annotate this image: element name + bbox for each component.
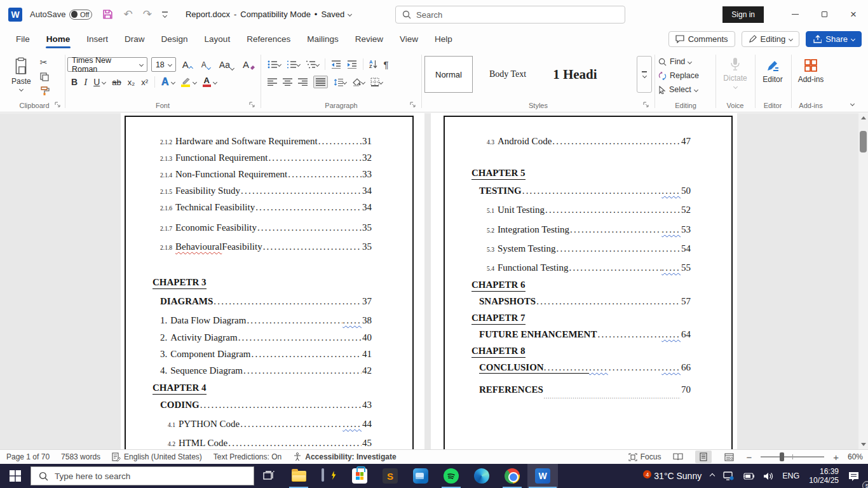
clear-formatting-button[interactable]: A <box>240 58 258 71</box>
task-view-button[interactable] <box>254 464 283 488</box>
shading-button[interactable] <box>352 78 365 86</box>
find-button[interactable]: Find <box>658 57 713 66</box>
document-canvas[interactable]: 2.1.2Hardware and Software Requirement..… <box>0 113 868 449</box>
clipboard-dialog-launcher-icon[interactable] <box>55 102 61 108</box>
line-spacing-button[interactable] <box>334 78 346 86</box>
select-button[interactable]: Select <box>658 85 713 94</box>
comments-button[interactable]: Comments <box>668 31 735 47</box>
editor-button[interactable]: Editor <box>756 58 789 84</box>
focus-mode-button[interactable]: Focus <box>628 452 661 461</box>
zoom-level[interactable]: 60% <box>848 452 863 461</box>
search-input[interactable]: Search <box>395 6 625 24</box>
increase-indent-button[interactable] <box>347 60 357 69</box>
tray-display-button[interactable] <box>719 464 738 488</box>
strikethrough-button[interactable]: ab <box>112 78 121 87</box>
shrink-font-button[interactable]: A <box>199 59 213 71</box>
copy-button[interactable] <box>40 72 49 81</box>
tab-review[interactable]: Review <box>348 30 390 48</box>
numbering-button[interactable] <box>287 60 300 69</box>
scrollbar-thumb[interactable] <box>860 131 867 152</box>
scroll-down-button[interactable] <box>858 440 868 449</box>
minimize-button[interactable] <box>780 0 810 29</box>
text-effects-button[interactable]: A <box>161 76 169 88</box>
zoom-in-button[interactable]: + <box>833 452 839 463</box>
vertical-scrollbar[interactable] <box>858 113 868 449</box>
font-size-select[interactable]: 18 <box>151 57 176 72</box>
taskbar-search-input[interactable]: Type here to search <box>31 466 254 485</box>
taskbar-outlook[interactable] <box>405 464 436 488</box>
style-normal[interactable]: Normal <box>424 56 473 93</box>
taskbar-chrome[interactable] <box>497 464 527 488</box>
underline-chevron-icon[interactable] <box>102 79 106 84</box>
highlight-chevron-icon[interactable] <box>193 79 197 84</box>
tab-home[interactable]: Home <box>39 30 78 48</box>
tab-references[interactable]: References <box>240 30 297 48</box>
tab-file[interactable]: File <box>9 30 37 48</box>
undo-button[interactable]: ↶ <box>123 8 132 21</box>
decrease-indent-button[interactable] <box>331 60 341 69</box>
change-case-button[interactable]: Aa <box>217 58 236 71</box>
zoom-slider-thumb[interactable] <box>780 452 784 461</box>
tab-help[interactable]: Help <box>428 30 459 48</box>
styles-more-button[interactable] <box>637 56 652 93</box>
bold-button[interactable]: B <box>71 77 78 87</box>
collapse-ribbon-icon[interactable] <box>850 102 855 106</box>
zoom-out-button[interactable]: − <box>746 452 752 463</box>
web-layout-button[interactable] <box>721 451 737 463</box>
taskbar-sublime-text[interactable]: S <box>375 464 405 488</box>
sort-button[interactable]: AZ <box>369 60 377 69</box>
font-color-button[interactable]: A <box>203 77 211 87</box>
taskbar-microsoft-store[interactable] <box>344 464 375 488</box>
taskbar-edge[interactable] <box>466 464 497 488</box>
scroll-up-button[interactable] <box>858 113 868 123</box>
styles-dialog-launcher-icon[interactable] <box>643 102 649 108</box>
dictate-button[interactable]: Dictate <box>717 57 754 88</box>
tray-volume-button[interactable] <box>759 464 778 488</box>
page-indicator[interactable]: Page 1 of 70 <box>6 452 50 461</box>
share-button[interactable]: Share <box>806 31 862 47</box>
close-button[interactable]: × <box>839 0 868 29</box>
tab-layout[interactable]: Layout <box>198 30 238 48</box>
taskbar-spotify[interactable] <box>436 464 466 488</box>
notification-center-button[interactable]: 5 <box>844 464 868 488</box>
print-layout-button[interactable] <box>695 451 712 463</box>
tray-battery-button[interactable] <box>738 464 759 488</box>
word-count[interactable]: 7583 words <box>61 452 100 461</box>
bullets-button[interactable] <box>268 60 281 69</box>
align-right-button[interactable] <box>298 78 308 86</box>
font-color-chevron-icon[interactable] <box>213 79 217 84</box>
autosave-control[interactable]: AutoSave Off <box>30 10 92 20</box>
document-page-right[interactable]: 4.3Android Code.........................… <box>431 113 737 449</box>
highlight-button[interactable] <box>181 77 191 87</box>
style-1-headi[interactable]: 1 Headi <box>543 56 607 93</box>
redo-button[interactable]: ↷ <box>143 8 152 21</box>
autosave-toggle[interactable]: Off <box>69 10 92 20</box>
font-dialog-launcher-icon[interactable] <box>249 102 255 108</box>
replace-button[interactable]: Replace <box>658 71 713 80</box>
customize-quick-access-icon[interactable] <box>162 11 168 17</box>
paste-button[interactable]: Paste <box>5 53 37 95</box>
text-predictions[interactable]: Text Predictions: On <box>214 452 281 461</box>
tab-draw[interactable]: Draw <box>118 30 152 48</box>
underline-button[interactable]: U <box>93 77 100 87</box>
tab-view[interactable]: View <box>393 30 425 48</box>
style-body-text[interactable]: Body Text <box>479 56 536 93</box>
restore-button[interactable] <box>810 0 839 29</box>
borders-button[interactable] <box>370 78 383 86</box>
proofing-status[interactable]: English (United States) <box>112 452 202 461</box>
addins-button[interactable]: Add-ins <box>792 58 829 84</box>
zoom-slider[interactable] <box>761 456 824 458</box>
tab-insert[interactable]: Insert <box>79 30 115 48</box>
taskbar-file-explorer[interactable] <box>283 464 314 488</box>
taskbar-winscp[interactable] <box>314 464 344 488</box>
read-mode-button[interactable] <box>670 451 686 463</box>
multilevel-list-button[interactable] <box>306 60 319 69</box>
document-title[interactable]: Report.docx - Compatibility Mode • Saved <box>186 10 351 19</box>
show-hide-marks-button[interactable]: ¶ <box>383 59 388 70</box>
tab-design[interactable]: Design <box>154 30 195 48</box>
align-left-button[interactable] <box>268 78 277 86</box>
paragraph-dialog-launcher-icon[interactable] <box>410 102 416 108</box>
sign-in-button[interactable]: Sign in <box>722 6 764 23</box>
start-button[interactable] <box>0 464 31 488</box>
cut-button[interactable]: ✂ <box>40 57 50 67</box>
